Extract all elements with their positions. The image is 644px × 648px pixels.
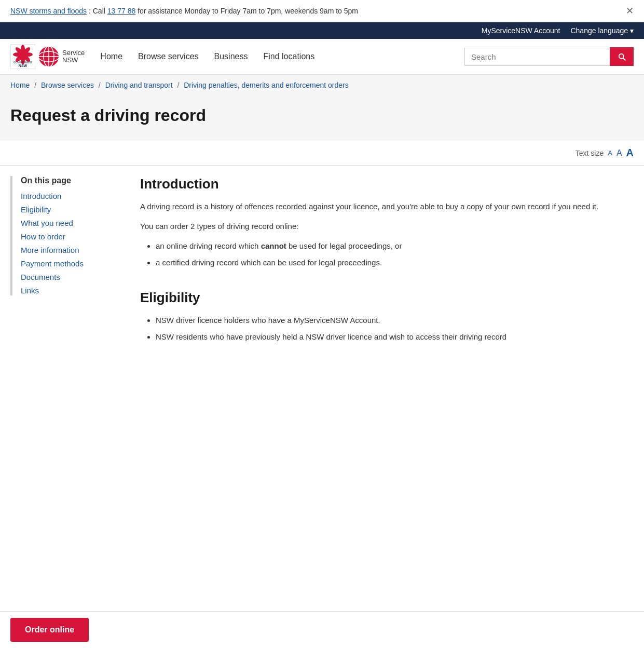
sidebar-link-eligibility[interactable]: Eligibility bbox=[21, 205, 51, 214]
list-item: a certified driving record which can be … bbox=[156, 256, 612, 269]
change-language-button[interactable]: Change language ▾ bbox=[570, 26, 634, 35]
breadcrumb-separator-1: / bbox=[34, 81, 38, 89]
list-item: Introduction bbox=[21, 192, 125, 201]
main-article: Introduction A driving record is a histo… bbox=[140, 176, 612, 350]
service-nsw-logo: Service NSW bbox=[37, 45, 85, 68]
sidebar-link-links[interactable]: Links bbox=[21, 286, 39, 295]
breadcrumb-penalties[interactable]: Driving penalties, demerits and enforcem… bbox=[184, 81, 349, 89]
introduction-section: Introduction A driving record is a histo… bbox=[140, 176, 612, 269]
search-icon bbox=[617, 52, 626, 61]
breadcrumb: Home / Browse services / Driving and tra… bbox=[0, 75, 644, 96]
sidebar-link-documents[interactable]: Documents bbox=[21, 273, 60, 281]
on-this-page-list: Introduction Eligibility What you need H… bbox=[21, 192, 125, 295]
list-item: How to order bbox=[21, 232, 125, 241]
list-item: Documents bbox=[21, 273, 125, 282]
list-item: an online driving record which cannot be… bbox=[156, 240, 612, 252]
chevron-down-icon: ▾ bbox=[630, 26, 634, 35]
nsw-gov-logo: NSW GOVERNMENT bbox=[10, 44, 35, 69]
nav-business[interactable]: Business bbox=[214, 52, 248, 61]
sidebar-link-introduction[interactable]: Introduction bbox=[21, 192, 61, 200]
sidebar-link-how-to-order[interactable]: How to order bbox=[21, 232, 65, 241]
service-nsw-text: Service NSW bbox=[62, 49, 85, 64]
search-area bbox=[464, 47, 634, 66]
text-size-small-button[interactable]: A bbox=[608, 149, 612, 157]
on-this-page: On this page Introduction Eligibility Wh… bbox=[10, 176, 125, 295]
eligibility-section: Eligibility NSW driver licence holders w… bbox=[140, 290, 612, 343]
service-nsw-globe-icon bbox=[37, 45, 60, 68]
sidebar: On this page Introduction Eligibility Wh… bbox=[10, 176, 125, 350]
page-title-area: Request a driving record bbox=[0, 96, 644, 141]
eligibility-heading: Eligibility bbox=[140, 290, 612, 306]
text-size-medium-button[interactable]: A bbox=[616, 148, 622, 158]
introduction-para-2: You can order 2 types of driving record … bbox=[140, 220, 612, 233]
breadcrumb-driving[interactable]: Driving and transport bbox=[105, 81, 173, 89]
alert-close-button[interactable]: ✕ bbox=[626, 5, 634, 17]
sidebar-link-more-information[interactable]: More information bbox=[21, 246, 79, 254]
svg-text:NSW: NSW bbox=[19, 64, 28, 68]
nav-home[interactable]: Home bbox=[100, 52, 122, 61]
on-this-page-heading: On this page bbox=[21, 176, 125, 185]
myservice-account-link[interactable]: MyServiceNSW Account bbox=[482, 26, 560, 35]
text-size-label: Text size bbox=[576, 149, 604, 157]
alert-text: NSW storms and floods : Call 13 77 88 fo… bbox=[10, 7, 358, 15]
introduction-para-1: A driving record is a history of offence… bbox=[140, 200, 612, 213]
alert-phone[interactable]: 13 77 88 bbox=[107, 7, 136, 15]
introduction-heading: Introduction bbox=[140, 176, 612, 192]
top-nav: MyServiceNSW Account Change language ▾ bbox=[0, 22, 644, 39]
text-size-bar: Text size A A A bbox=[0, 141, 644, 166]
search-input[interactable] bbox=[464, 48, 610, 66]
nav-find-locations[interactable]: Find locations bbox=[263, 52, 314, 61]
eligibility-bullets: NSW driver licence holders who have a My… bbox=[156, 314, 612, 343]
alert-banner: NSW storms and floods : Call 13 77 88 fo… bbox=[0, 0, 644, 22]
list-item: Links bbox=[21, 286, 125, 295]
main-nav: Home Browse services Business Find locat… bbox=[100, 52, 464, 61]
list-item: Payment methods bbox=[21, 259, 125, 268]
list-item: More information bbox=[21, 246, 125, 255]
introduction-bullets: an online driving record which cannot be… bbox=[156, 240, 612, 269]
sidebar-link-payment-methods[interactable]: Payment methods bbox=[21, 259, 84, 268]
nav-browse-services[interactable]: Browse services bbox=[138, 52, 198, 61]
breadcrumb-browse[interactable]: Browse services bbox=[41, 81, 94, 89]
text-size-large-button[interactable]: A bbox=[626, 147, 634, 159]
svg-text:GOVERNMENT: GOVERNMENT bbox=[13, 61, 32, 64]
main-header: NSW GOVERNMENT Service NSW Home Bro bbox=[0, 39, 644, 75]
list-item: NSW residents who have previously held a… bbox=[156, 331, 612, 343]
sidebar-link-what-you-need[interactable]: What you need bbox=[21, 219, 73, 227]
list-item: NSW driver licence holders who have a My… bbox=[156, 314, 612, 327]
breadcrumb-separator-2: / bbox=[99, 81, 103, 89]
page-title: Request a driving record bbox=[10, 106, 634, 125]
breadcrumb-home[interactable]: Home bbox=[10, 81, 30, 89]
alert-link[interactable]: NSW storms and floods bbox=[10, 7, 87, 15]
breadcrumb-separator-3: / bbox=[177, 81, 181, 89]
content-area: On this page Introduction Eligibility Wh… bbox=[0, 166, 623, 361]
list-item: What you need bbox=[21, 219, 125, 228]
list-item: Eligibility bbox=[21, 205, 125, 214]
search-button[interactable] bbox=[610, 47, 634, 66]
svg-point-10 bbox=[20, 52, 25, 57]
logo-area: NSW GOVERNMENT Service NSW bbox=[10, 44, 85, 69]
